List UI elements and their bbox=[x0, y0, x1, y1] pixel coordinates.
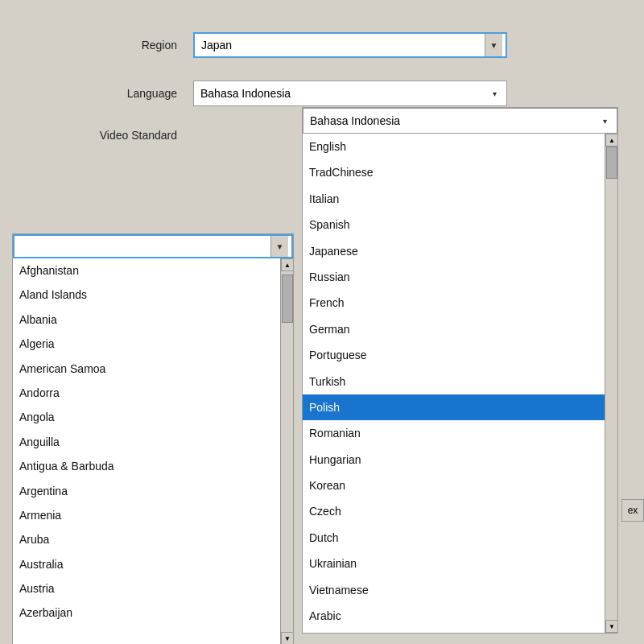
language-list-item[interactable]: Hungarian bbox=[303, 447, 605, 473]
language-scroll-up[interactable]: ▲ bbox=[605, 134, 618, 147]
region-list-item[interactable]: Australia bbox=[13, 552, 280, 576]
ex-button[interactable]: ex bbox=[621, 499, 644, 522]
language-list-item[interactable]: Korean bbox=[303, 473, 605, 498]
language-list-item[interactable]: Russian bbox=[303, 264, 605, 290]
region-row: Region Japan ▼ bbox=[64, 32, 644, 58]
language-list-item[interactable]: Vietnamese bbox=[303, 577, 605, 603]
language-list-item[interactable]: Spanish bbox=[303, 212, 605, 237]
language-list-item[interactable]: German bbox=[303, 316, 605, 342]
language-scroll-down[interactable]: ▼ bbox=[605, 620, 618, 633]
language-list-container: EnglishTradChineseItalianSpanishJapanese… bbox=[303, 134, 617, 633]
language-row: Language Bahasa Indonesia ▾ bbox=[64, 80, 644, 106]
language-list-item[interactable]: French bbox=[303, 290, 605, 316]
language-select-value: Bahasa Indonesia bbox=[200, 87, 485, 100]
region-select[interactable]: Japan ▼ bbox=[193, 32, 507, 58]
language-list-item[interactable]: Romanian bbox=[303, 420, 605, 446]
region-list-item[interactable]: Afghanistan bbox=[13, 258, 280, 283]
region-list-item[interactable]: Anguilla bbox=[13, 430, 280, 454]
video-standard-label: Video Standard bbox=[64, 129, 177, 142]
language-dropdown-header[interactable]: Bahasa Indonesia ▾ bbox=[303, 108, 617, 134]
region-scroll-down[interactable]: ▼ bbox=[281, 632, 293, 644]
language-select[interactable]: Bahasa Indonesia ▾ bbox=[193, 80, 507, 106]
language-label: Language bbox=[64, 87, 177, 100]
region-list-item[interactable]: Aruba bbox=[13, 527, 280, 551]
language-list-item[interactable]: Arabic bbox=[303, 603, 605, 629]
language-list: EnglishTradChineseItalianSpanishJapanese… bbox=[303, 134, 605, 633]
region-list-item[interactable]: Algeria bbox=[13, 332, 280, 356]
language-list-item[interactable]: Ukrainian bbox=[303, 551, 605, 576]
region-dropdown-header[interactable]: ▼ bbox=[13, 234, 293, 258]
region-list-item[interactable]: American Samoa bbox=[13, 357, 280, 381]
region-scroll-thumb[interactable] bbox=[282, 275, 293, 323]
region-scrollbar[interactable]: ▲ ▼ bbox=[280, 258, 293, 644]
language-scroll-thumb[interactable] bbox=[606, 147, 617, 179]
region-select-value: Japan bbox=[201, 39, 485, 52]
language-list-item[interactable]: Turkish bbox=[303, 369, 605, 394]
language-dropdown-header-value: Bahasa Indonesia bbox=[310, 114, 596, 127]
language-list-item[interactable]: Portuguese bbox=[303, 342, 605, 368]
region-list-item[interactable]: Argentina bbox=[13, 479, 280, 503]
language-list-item[interactable]: English bbox=[303, 134, 605, 159]
language-list-item[interactable]: Italian bbox=[303, 186, 605, 212]
region-list-item[interactable]: Aland Islands bbox=[13, 283, 280, 307]
language-list-item[interactable]: Japanese bbox=[303, 238, 605, 264]
language-list-item[interactable]: TradChinese bbox=[303, 159, 605, 185]
language-dropdown-arrow[interactable]: ▾ bbox=[485, 81, 503, 105]
region-dropdown-arrow[interactable]: ▼ bbox=[485, 34, 502, 56]
language-list-item[interactable]: Polish bbox=[303, 394, 605, 420]
region-scroll-up[interactable]: ▲ bbox=[281, 258, 293, 271]
language-scrollbar[interactable]: ▲ ▼ bbox=[605, 134, 617, 633]
region-list-item[interactable]: Azerbaijan bbox=[13, 601, 280, 625]
region-list-item[interactable]: Antigua & Barbuda bbox=[13, 454, 280, 478]
ex-button-label: ex bbox=[628, 505, 638, 516]
language-dropdown: Bahasa Indonesia ▾ EnglishTradChineseIta… bbox=[302, 107, 618, 634]
region-dropdown-header-arrow[interactable]: ▼ bbox=[270, 236, 288, 257]
language-list-item[interactable]: Czech bbox=[303, 498, 605, 524]
region-list-item[interactable]: Armenia bbox=[13, 503, 280, 527]
region-dropdown: ▼ AfghanistanAland IslandsAlbaniaAlgeria… bbox=[12, 233, 294, 644]
language-list-item[interactable]: Dutch bbox=[303, 525, 605, 551]
region-list-item[interactable]: Albania bbox=[13, 308, 280, 332]
region-list: AfghanistanAland IslandsAlbaniaAlgeriaAm… bbox=[13, 258, 280, 644]
region-list-item[interactable]: Angola bbox=[13, 405, 280, 429]
region-label: Region bbox=[64, 39, 177, 52]
language-list-item[interactable]: Spanish (Europe) bbox=[303, 629, 605, 633]
region-list-item[interactable]: Andorra bbox=[13, 381, 280, 405]
region-list-item[interactable]: Austria bbox=[13, 576, 280, 601]
language-dropdown-header-arrow[interactable]: ▾ bbox=[596, 109, 613, 133]
region-list-container: AfghanistanAland IslandsAlbaniaAlgeriaAm… bbox=[13, 258, 293, 644]
